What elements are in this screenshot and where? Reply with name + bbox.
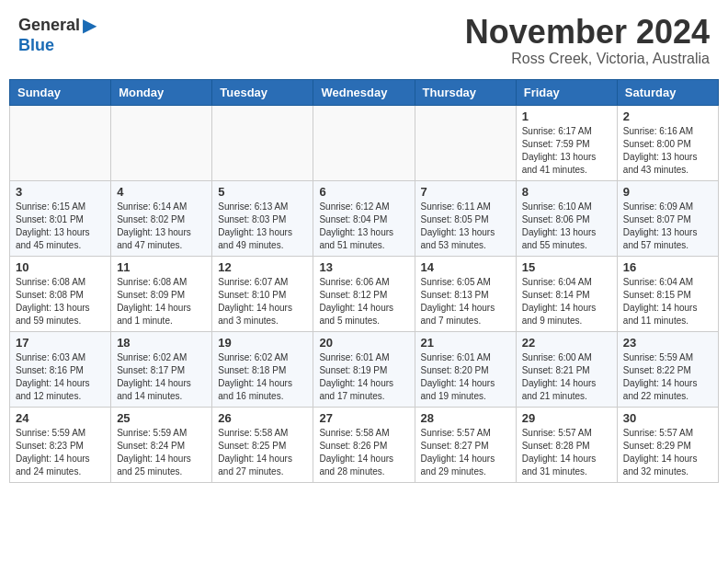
day-number: 20 (319, 336, 408, 350)
calendar-day-cell: 30Sunrise: 5:57 AM Sunset: 8:29 PM Dayli… (617, 407, 718, 482)
day-info: Sunrise: 6:07 AM Sunset: 8:10 PM Dayligh… (218, 276, 307, 327)
day-number: 25 (117, 411, 206, 425)
day-number: 22 (522, 336, 611, 350)
day-number: 7 (421, 185, 510, 199)
calendar-day-cell: 7Sunrise: 6:11 AM Sunset: 8:05 PM Daylig… (415, 180, 516, 256)
calendar-week-row: 17Sunrise: 6:03 AM Sunset: 8:16 PM Dayli… (10, 331, 719, 407)
day-number: 14 (421, 260, 510, 274)
calendar-day-cell: 15Sunrise: 6:04 AM Sunset: 8:14 PM Dayli… (516, 256, 617, 331)
day-number: 23 (623, 336, 712, 350)
calendar-day-cell: 17Sunrise: 6:03 AM Sunset: 8:16 PM Dayli… (10, 331, 111, 407)
day-number: 10 (16, 260, 105, 274)
calendar-day-header: Sunday (10, 79, 111, 105)
day-number: 27 (319, 411, 408, 425)
calendar-day-cell: 20Sunrise: 6:01 AM Sunset: 8:19 PM Dayli… (313, 331, 415, 407)
calendar-day-cell: 21Sunrise: 6:01 AM Sunset: 8:20 PM Dayli… (415, 331, 516, 407)
calendar-day-cell: 14Sunrise: 6:05 AM Sunset: 8:13 PM Dayli… (415, 256, 516, 331)
day-info: Sunrise: 6:02 AM Sunset: 8:17 PM Dayligh… (117, 351, 206, 403)
day-number: 28 (421, 411, 510, 425)
day-number: 15 (522, 260, 611, 274)
day-info: Sunrise: 6:08 AM Sunset: 8:09 PM Dayligh… (117, 276, 206, 327)
day-info: Sunrise: 6:08 AM Sunset: 8:08 PM Dayligh… (16, 276, 105, 327)
calendar-day-cell: 23Sunrise: 5:59 AM Sunset: 8:22 PM Dayli… (617, 331, 718, 407)
day-info: Sunrise: 6:14 AM Sunset: 8:02 PM Dayligh… (117, 201, 206, 252)
calendar-day-cell (212, 105, 313, 180)
day-number: 6 (319, 185, 408, 199)
calendar-day-header: Thursday (415, 79, 516, 105)
logo: General ▶ Blue (18, 14, 97, 55)
day-number: 2 (623, 109, 712, 123)
calendar-body: 1Sunrise: 6:17 AM Sunset: 7:59 PM Daylig… (10, 105, 719, 482)
calendar-week-row: 3Sunrise: 6:15 AM Sunset: 8:01 PM Daylig… (10, 180, 719, 256)
day-info: Sunrise: 6:12 AM Sunset: 8:04 PM Dayligh… (319, 201, 408, 252)
day-info: Sunrise: 6:04 AM Sunset: 8:15 PM Dayligh… (623, 276, 712, 327)
day-info: Sunrise: 5:59 AM Sunset: 8:23 PM Dayligh… (16, 427, 105, 478)
day-info: Sunrise: 6:01 AM Sunset: 8:20 PM Dayligh… (421, 351, 510, 403)
day-number: 19 (218, 336, 307, 350)
calendar-day-cell: 11Sunrise: 6:08 AM Sunset: 8:09 PM Dayli… (111, 256, 212, 331)
calendar-header-row: SundayMondayTuesdayWednesdayThursdayFrid… (10, 79, 719, 105)
day-number: 4 (117, 185, 206, 199)
location-text: Ross Creek, Victoria, Australia (465, 51, 710, 67)
day-info: Sunrise: 6:04 AM Sunset: 8:14 PM Dayligh… (522, 276, 611, 327)
calendar-day-cell: 1Sunrise: 6:17 AM Sunset: 7:59 PM Daylig… (516, 105, 617, 180)
page-header: General ▶ Blue November 2024 Ross Creek,… (9, 9, 719, 72)
calendar-day-cell: 8Sunrise: 6:10 AM Sunset: 8:06 PM Daylig… (516, 180, 617, 256)
day-info: Sunrise: 6:02 AM Sunset: 8:18 PM Dayligh… (218, 351, 307, 403)
day-info: Sunrise: 6:05 AM Sunset: 8:13 PM Dayligh… (421, 276, 510, 327)
calendar-day-cell: 27Sunrise: 5:58 AM Sunset: 8:26 PM Dayli… (313, 407, 415, 482)
day-info: Sunrise: 5:57 AM Sunset: 8:28 PM Dayligh… (522, 427, 611, 478)
day-info: Sunrise: 6:16 AM Sunset: 8:00 PM Dayligh… (623, 125, 712, 177)
day-info: Sunrise: 5:57 AM Sunset: 8:29 PM Dayligh… (623, 427, 712, 478)
day-number: 26 (218, 411, 307, 425)
calendar-table: SundayMondayTuesdayWednesdayThursdayFrid… (9, 79, 719, 483)
day-number: 8 (522, 185, 611, 199)
day-info: Sunrise: 6:01 AM Sunset: 8:19 PM Dayligh… (319, 351, 408, 403)
calendar-day-cell: 19Sunrise: 6:02 AM Sunset: 8:18 PM Dayli… (212, 331, 313, 407)
calendar-day-header: Friday (516, 79, 617, 105)
calendar-day-cell: 9Sunrise: 6:09 AM Sunset: 8:07 PM Daylig… (617, 180, 718, 256)
day-number: 21 (421, 336, 510, 350)
day-number: 9 (623, 185, 712, 199)
month-title: November 2024 (465, 14, 710, 51)
calendar-day-header: Saturday (617, 79, 718, 105)
day-info: Sunrise: 5:58 AM Sunset: 8:25 PM Dayligh… (218, 427, 307, 478)
logo-general-text: General (18, 16, 80, 35)
day-info: Sunrise: 5:59 AM Sunset: 8:24 PM Dayligh… (117, 427, 206, 478)
day-number: 18 (117, 336, 206, 350)
day-number: 1 (522, 109, 611, 123)
calendar-day-cell (415, 105, 516, 180)
calendar-day-header: Tuesday (212, 79, 313, 105)
calendar-day-header: Wednesday (313, 79, 415, 105)
day-info: Sunrise: 6:11 AM Sunset: 8:05 PM Dayligh… (421, 201, 510, 252)
day-number: 3 (16, 185, 105, 199)
calendar-day-cell (111, 105, 212, 180)
day-info: Sunrise: 6:09 AM Sunset: 8:07 PM Dayligh… (623, 201, 712, 252)
day-number: 13 (319, 260, 408, 274)
calendar-day-cell: 26Sunrise: 5:58 AM Sunset: 8:25 PM Dayli… (212, 407, 313, 482)
day-info: Sunrise: 5:59 AM Sunset: 8:22 PM Dayligh… (623, 351, 712, 403)
title-section: November 2024 Ross Creek, Victoria, Aust… (465, 14, 710, 67)
calendar-day-cell: 6Sunrise: 6:12 AM Sunset: 8:04 PM Daylig… (313, 180, 415, 256)
calendar-day-cell: 24Sunrise: 5:59 AM Sunset: 8:23 PM Dayli… (10, 407, 111, 482)
calendar-day-cell: 3Sunrise: 6:15 AM Sunset: 8:01 PM Daylig… (10, 180, 111, 256)
day-number: 11 (117, 260, 206, 274)
day-number: 16 (623, 260, 712, 274)
day-number: 12 (218, 260, 307, 274)
day-number: 29 (522, 411, 611, 425)
day-info: Sunrise: 5:58 AM Sunset: 8:26 PM Dayligh… (319, 427, 408, 478)
calendar-day-cell: 18Sunrise: 6:02 AM Sunset: 8:17 PM Dayli… (111, 331, 212, 407)
day-number: 5 (218, 185, 307, 199)
day-info: Sunrise: 5:57 AM Sunset: 8:27 PM Dayligh… (421, 427, 510, 478)
day-info: Sunrise: 6:06 AM Sunset: 8:12 PM Dayligh… (319, 276, 408, 327)
calendar-week-row: 10Sunrise: 6:08 AM Sunset: 8:08 PM Dayli… (10, 256, 719, 331)
calendar-day-cell: 22Sunrise: 6:00 AM Sunset: 8:21 PM Dayli… (516, 331, 617, 407)
calendar-day-cell (313, 105, 415, 180)
day-info: Sunrise: 6:10 AM Sunset: 8:06 PM Dayligh… (522, 201, 611, 252)
day-number: 30 (623, 411, 712, 425)
day-number: 17 (16, 336, 105, 350)
calendar-week-row: 24Sunrise: 5:59 AM Sunset: 8:23 PM Dayli… (10, 407, 719, 482)
day-info: Sunrise: 6:15 AM Sunset: 8:01 PM Dayligh… (16, 201, 105, 252)
calendar-day-cell: 5Sunrise: 6:13 AM Sunset: 8:03 PM Daylig… (212, 180, 313, 256)
calendar-day-cell: 28Sunrise: 5:57 AM Sunset: 8:27 PM Dayli… (415, 407, 516, 482)
